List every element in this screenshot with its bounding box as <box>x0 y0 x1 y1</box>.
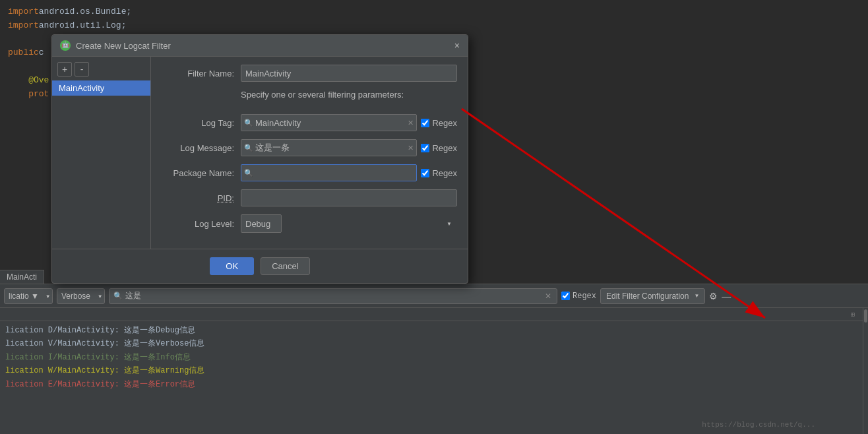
ok-button[interactable]: OK <box>210 257 254 275</box>
search-icon: 🔍 <box>244 169 253 177</box>
android-icon: 🤖 <box>60 40 71 51</box>
log-tag-row: Log Tag: 🔍 ✕ Regex <box>162 114 457 131</box>
filter-list-toolbar: + - <box>52 62 150 80</box>
log-tag-input[interactable] <box>255 118 408 128</box>
log-level-select-wrap: Verbose Debug Info Warn Error Assert <box>241 214 457 233</box>
filter-form-panel: Filter Name: Specify one or several filt… <box>151 57 468 249</box>
package-name-regex-checkbox[interactable] <box>421 169 429 177</box>
log-level-label: Log Level: <box>162 219 241 229</box>
log-level-row: Log Level: Verbose Debug Info Warn Error… <box>162 214 457 233</box>
dialog-title-text: Create New Logcat Filter <box>76 41 454 51</box>
search-icon: 🔍 <box>244 144 253 152</box>
filter-name-row: Filter Name: <box>162 65 457 82</box>
log-tag-regex-text: Regex <box>432 118 457 128</box>
filter-list-panel: + - MainActivity <box>52 57 151 249</box>
log-tag-label: Log Tag: <box>162 118 241 128</box>
log-message-label: Log Message: <box>162 143 241 153</box>
filter-item-label: MainActivity <box>59 83 104 93</box>
package-name-regex-text: Regex <box>432 168 457 178</box>
hint-text: Specify one or several filtering paramet… <box>241 90 404 100</box>
cancel-button[interactable]: Cancel <box>261 257 309 275</box>
package-name-regex-label[interactable]: Regex <box>421 168 457 178</box>
add-filter-button[interactable]: + <box>57 62 72 77</box>
dialog-titlebar: 🤖 Create New Logcat Filter × <box>52 35 468 57</box>
dialog-body: + - MainActivity Filter Name: Specify on… <box>52 57 468 249</box>
package-name-input[interactable] <box>255 168 414 178</box>
dialog-overlay: 🤖 Create New Logcat Filter × + - MainAct… <box>0 0 868 434</box>
log-tag-regex-label[interactable]: Regex <box>421 118 457 128</box>
pid-label: PID: <box>162 193 241 203</box>
filter-list-item[interactable]: MainActivity <box>52 80 150 96</box>
filter-name-input[interactable] <box>241 65 457 82</box>
log-message-regex-text: Regex <box>432 143 457 153</box>
search-icon: 🔍 <box>244 119 253 127</box>
package-name-row: Package Name: 🔍 Regex <box>162 164 457 181</box>
log-tag-clear-button[interactable]: ✕ <box>408 119 414 127</box>
log-message-field: 🔍 ✕ <box>241 139 417 156</box>
hint-row: Specify one or several filtering paramet… <box>162 90 457 106</box>
log-message-regex-checkbox[interactable] <box>421 144 429 152</box>
package-name-label: Package Name: <box>162 168 241 178</box>
filter-name-label: Filter Name: <box>162 69 241 78</box>
package-name-field: 🔍 <box>241 164 417 181</box>
log-message-clear-button[interactable]: ✕ <box>408 144 414 152</box>
pid-input[interactable] <box>241 189 457 206</box>
log-message-input[interactable] <box>255 143 408 153</box>
remove-filter-button[interactable]: - <box>75 62 89 77</box>
log-message-regex-label[interactable]: Regex <box>421 143 457 153</box>
log-level-select[interactable]: Verbose Debug Info Warn Error Assert <box>241 214 282 233</box>
create-filter-dialog: 🤖 Create New Logcat Filter × + - MainAct… <box>51 34 468 284</box>
dialog-footer: OK Cancel <box>52 249 468 283</box>
dialog-close-button[interactable]: × <box>454 40 460 51</box>
pid-row: PID: <box>162 189 457 206</box>
log-tag-field: 🔍 ✕ <box>241 114 417 131</box>
log-tag-regex-checkbox[interactable] <box>421 119 429 127</box>
log-message-row: Log Message: 🔍 ✕ Regex <box>162 139 457 156</box>
